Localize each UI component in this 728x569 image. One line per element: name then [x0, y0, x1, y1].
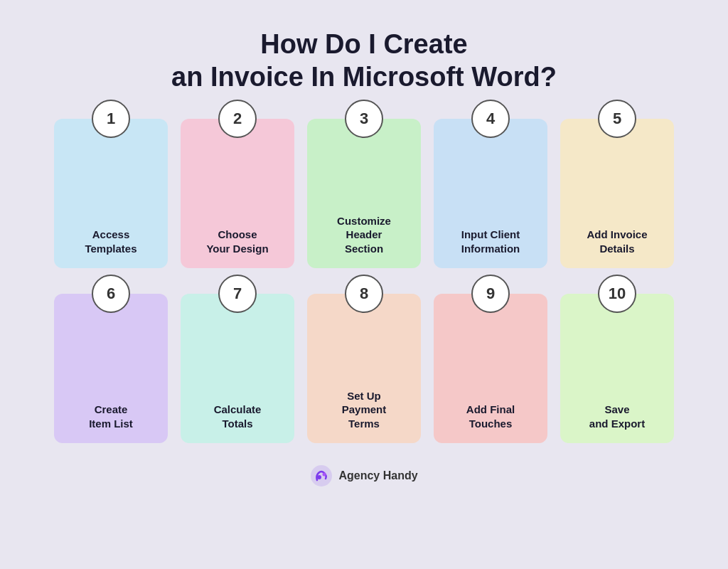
step-label-1: AccessTemplates	[79, 228, 142, 255]
step-label-9: Add FinalTouches	[461, 403, 520, 430]
step-number-7: 7	[218, 275, 257, 313]
step-number-8: 8	[345, 275, 383, 313]
step-4: 4Input ClientInformation	[434, 119, 547, 268]
agency-handy-logo	[310, 464, 333, 487]
step-5: 5Add InvoiceDetails	[560, 119, 674, 268]
step-number-4: 4	[471, 100, 510, 138]
step-label-4: Input ClientInformation	[456, 228, 526, 255]
step-label-8: Set UpPaymentTerms	[336, 389, 392, 431]
step-10: 10Saveand Export	[560, 294, 674, 443]
footer-text: Agency Handy	[338, 469, 417, 482]
step-9: 9Add FinalTouches	[434, 294, 547, 443]
steps-row-1: 1AccessTemplates2ChooseYour Design3Custo…	[54, 119, 674, 268]
step-8: 8Set UpPaymentTerms	[307, 294, 421, 443]
svg-point-0	[311, 465, 332, 486]
step-number-5: 5	[598, 100, 636, 138]
step-number-9: 9	[471, 275, 510, 313]
step-label-10: Saveand Export	[584, 403, 651, 430]
svg-point-2	[323, 473, 326, 477]
step-label-6: CreateItem List	[83, 403, 139, 430]
footer: Agency Handy	[310, 464, 417, 487]
step-number-1: 1	[92, 100, 130, 138]
step-2: 2ChooseYour Design	[181, 119, 294, 268]
step-7: 7CalculateTotals	[181, 294, 294, 443]
steps-grid: 1AccessTemplates2ChooseYour Design3Custo…	[54, 93, 674, 443]
step-label-7: CalculateTotals	[208, 403, 267, 430]
step-number-2: 2	[218, 100, 257, 138]
step-number-6: 6	[92, 275, 130, 313]
step-label-3: CustomizeHeaderSection	[331, 214, 397, 256]
step-number-10: 10	[598, 275, 636, 313]
step-3: 3CustomizeHeaderSection	[307, 119, 421, 268]
step-1: 1AccessTemplates	[54, 119, 168, 268]
svg-point-1	[317, 475, 321, 479]
step-label-2: ChooseYour Design	[200, 228, 274, 255]
step-number-3: 3	[345, 100, 383, 138]
main-title: How Do I Create an Invoice In Microsoft …	[171, 28, 557, 93]
step-label-5: Add InvoiceDetails	[581, 228, 653, 255]
steps-row-2: 6CreateItem List7CalculateTotals8Set UpP…	[54, 294, 674, 443]
step-6: 6CreateItem List	[54, 294, 168, 443]
